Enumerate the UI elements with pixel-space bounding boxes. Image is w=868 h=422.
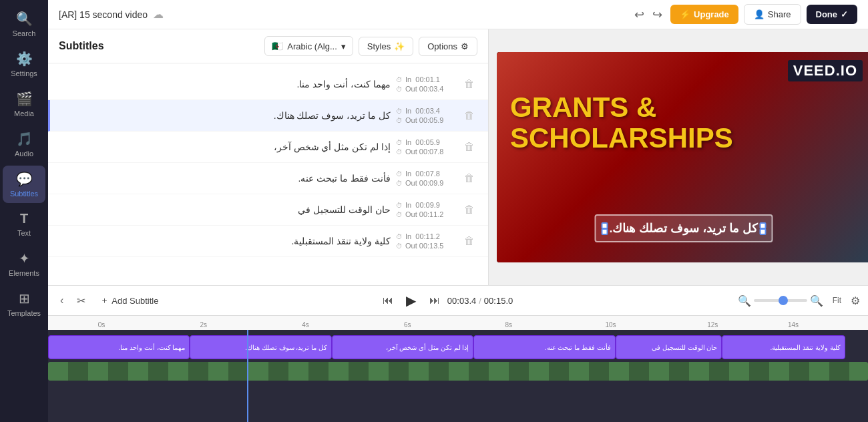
- timeline-clip[interactable]: إذا لم تكن مثل أي شخص آخر،: [332, 335, 473, 359]
- resize-handle-bl[interactable]: [601, 228, 608, 235]
- subtitle-item[interactable]: إذا لم تكن مثل أي شخص آخر، ⏱ In 00:05.9 …: [48, 132, 488, 163]
- flag-icon: 🇩🇿: [272, 41, 283, 51]
- styles-label: Styles: [367, 41, 391, 51]
- time-in-value: In 00:11.2: [405, 232, 440, 240]
- language-selector[interactable]: 🇩🇿 Arabic (Alg... ▾: [264, 36, 353, 56]
- sidebar-item-text-label: Text: [17, 229, 31, 237]
- timeline-clip[interactable]: كل ما تريد، سوف تصلك هناك.: [190, 335, 331, 359]
- share-button[interactable]: 👤 Share: [744, 4, 801, 25]
- zoom-controls: 🔍 🔍: [738, 294, 823, 307]
- time-out-icon: ⏱: [396, 85, 403, 93]
- time-out-icon: ⏱: [396, 148, 403, 156]
- elements-icon: ✦: [19, 250, 30, 266]
- subtitle-item[interactable]: مهما كنت، أنت واحد منا. ⏱ In 00:01.1 ⏱ O…: [48, 69, 488, 100]
- timeline-clip[interactable]: كلية ولاية تنقذ المستقبلية.: [722, 335, 845, 359]
- sidebar-item-elements-label: Elements: [9, 269, 39, 277]
- sidebar-item-subtitles[interactable]: 💬 Subtitles: [3, 166, 45, 203]
- media-icon: 🎬: [16, 91, 33, 107]
- language-label: Arabic (Alg...: [287, 41, 337, 51]
- time-in-icon: ⏱: [396, 202, 403, 209]
- time-in-value: In 00:09.9: [405, 201, 440, 209]
- ruler-mark: 0s: [98, 321, 105, 329]
- delete-subtitle-button[interactable]: 🗑: [461, 140, 477, 154]
- delete-subtitle-button[interactable]: 🗑: [461, 77, 477, 91]
- sidebar-item-search-label: Search: [13, 29, 36, 37]
- lightning-icon: ⚡: [680, 9, 690, 19]
- timeline-back-button[interactable]: ‹: [56, 292, 67, 308]
- subtitle-text: كلية ولاية تنقذ المستقبلية.: [59, 234, 391, 248]
- share-icon: 👤: [754, 9, 765, 19]
- time-separator: /: [479, 296, 481, 306]
- options-button[interactable]: Options ⚙: [419, 37, 477, 56]
- sidebar-item-templates-label: Templates: [7, 309, 41, 317]
- fit-button[interactable]: Fit: [829, 294, 845, 307]
- sidebar-item-templates[interactable]: ⊞ Templates: [3, 285, 45, 323]
- time-display: 00:03.4 / 00:15.0: [447, 296, 513, 306]
- undo-button[interactable]: ↩: [632, 5, 647, 25]
- sidebar-item-audio[interactable]: 🎵 Audio: [3, 126, 45, 163]
- options-label: Options: [427, 41, 457, 51]
- skip-back-button[interactable]: ⏮: [381, 292, 395, 308]
- sidebar-item-elements[interactable]: ✦ Elements: [3, 245, 45, 282]
- subtitle-item[interactable]: حان الوقت للتسجيل في ⏱ In 00:09.9 ⏱ Out …: [48, 194, 488, 226]
- timeline-clip[interactable]: حان الوقت للتسجيل في: [616, 335, 722, 359]
- video-subtitle-overlay[interactable]: كل ما تريد، سوف تصلك هناك.: [594, 214, 773, 242]
- video-title-text: [AR] 15 second video: [59, 9, 148, 20]
- undo-redo-group: ↩ ↪: [632, 5, 665, 25]
- sidebar-item-search[interactable]: 🔍 Search: [3, 5, 45, 43]
- delete-subtitle-button[interactable]: 🗑: [461, 234, 477, 248]
- delete-subtitle-button[interactable]: 🗑: [461, 171, 477, 186]
- sidebar-item-settings[interactable]: ⚙️ Settings: [3, 45, 45, 83]
- delete-subtitle-button[interactable]: 🗑: [461, 202, 477, 217]
- ruler-mark: 6s: [404, 321, 411, 329]
- styles-button[interactable]: Styles ✨: [359, 37, 413, 56]
- timeline-clip[interactable]: فأنت فقط ما تبحث عنه.: [473, 335, 615, 359]
- share-label: Share: [768, 9, 791, 19]
- zoom-out-button[interactable]: 🔍: [738, 294, 751, 307]
- timeline-settings-button[interactable]: ⚙: [851, 294, 860, 307]
- subtitles-panel: Subtitles 🇩🇿 Arabic (Alg... ▾ Styles ✨ O…: [48, 29, 489, 285]
- subtitle-overlay-text: كل ما تريد، سوف تصلك هناك.: [609, 222, 758, 235]
- subtitle-timing: ⏱ In 00:03.4 ⏱ Out 00:05.9: [396, 107, 456, 124]
- subtitle-item[interactable]: فأنت فقط ما تبحث عنه. ⏱ In 00:07.8 ⏱ Out…: [48, 163, 488, 194]
- time-out-value: Out 00:03.4: [405, 85, 444, 93]
- time-out-value: Out 00:05.9: [405, 116, 444, 124]
- subtitle-list: مهما كنت، أنت واحد منا. ⏱ In 00:01.1 ⏱ O…: [48, 63, 488, 285]
- upgrade-button[interactable]: ⚡ Upgrade: [670, 5, 738, 24]
- subtitles-header: Subtitles 🇩🇿 Arabic (Alg... ▾ Styles ✨ O…: [48, 29, 488, 63]
- text-icon: T: [20, 211, 28, 226]
- topbar: [AR] 15 second video ☁ ↩ ↪ ⚡ Upgrade 👤 S…: [48, 0, 868, 29]
- time-out-value: Out 00:13.5: [405, 242, 444, 250]
- time-in-icon: ⏱: [396, 233, 403, 240]
- video-container[interactable]: VEED.IO GRANTS & SCHOLARSHIPS كل ما تريد…: [497, 52, 868, 262]
- timeline-ruler: 0s2s4s6s8s10s12s14s: [48, 315, 868, 330]
- skip-forward-button[interactable]: ⏭: [427, 292, 442, 308]
- sidebar-item-media[interactable]: 🎬 Media: [3, 85, 45, 123]
- subtitle-text: كل ما تريد، سوف تصلك هناك.: [61, 109, 391, 123]
- subtitle-text: حان الوقت للتسجيل في: [59, 203, 391, 217]
- templates-icon: ⊞: [19, 290, 30, 306]
- redo-button[interactable]: ↪: [650, 5, 665, 25]
- time-out-icon: ⏱: [396, 211, 403, 218]
- sidebar-item-text[interactable]: T Text: [3, 206, 45, 242]
- sidebar-item-media-label: Media: [14, 110, 34, 118]
- add-subtitle-button[interactable]: ＋ Add Subtitle: [95, 292, 164, 308]
- delete-subtitle-button[interactable]: 🗑: [461, 108, 477, 123]
- zoom-slider[interactable]: [754, 299, 807, 302]
- subtitle-item[interactable]: كل ما تريد، سوف تصلك هناك. ⏱ In 00:03.4 …: [48, 100, 488, 132]
- time-in-value: In 00:07.8: [405, 170, 440, 178]
- play-button[interactable]: ▶: [401, 290, 422, 311]
- cut-button[interactable]: ✂: [73, 292, 89, 309]
- subtitle-item[interactable]: كلية ولاية تنقذ المستقبلية. ⏱ In 00:11.2…: [48, 226, 488, 257]
- timeline-section: 0s2s4s6s8s10s12s14s مهما كنت، أنت واحد م…: [48, 315, 868, 422]
- cloud-icon: ☁: [153, 8, 164, 21]
- timeline-tracks: مهما كنت، أنت واحد منا.كل ما تريد، سوف ت…: [48, 330, 868, 422]
- content-area: Subtitles 🇩🇿 Arabic (Alg... ▾ Styles ✨ O…: [48, 29, 868, 285]
- timeline-clip[interactable]: مهما كنت، أنت واحد منا.: [48, 335, 190, 359]
- ruler-mark: 14s: [788, 321, 799, 329]
- done-button[interactable]: Done ✓: [807, 5, 858, 24]
- ruler-mark: 4s: [302, 321, 309, 329]
- zoom-in-button[interactable]: 🔍: [810, 294, 823, 307]
- time-out-value: Out 00:11.2: [405, 210, 444, 218]
- resize-handle-br[interactable]: [760, 228, 767, 235]
